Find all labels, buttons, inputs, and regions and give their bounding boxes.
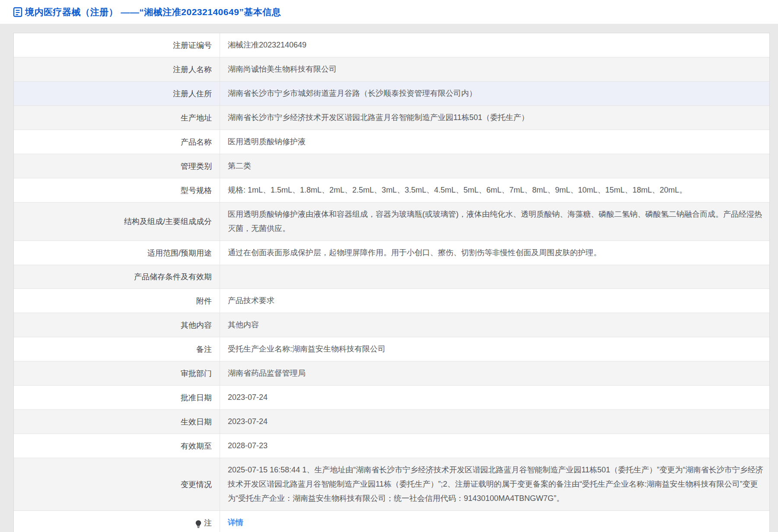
row-label-text: 注册证编号 (173, 39, 212, 52)
table-row: 生产地址湖南省长沙市宁乡经济技术开发区谐园北路蓝月谷智能制造产业园11栋501（… (14, 106, 769, 130)
row-value-text: 2023-07-24 (228, 415, 268, 429)
row-label: 生产地址 (14, 106, 220, 130)
row-value-text: 湖南省长沙市宁乡经济技术开发区谐园北路蓝月谷智能制造产业园11栋501（委托生产… (228, 111, 529, 125)
row-value (220, 265, 769, 288)
row-value: 2028-07-23 (220, 434, 769, 458)
page-header: 境内医疗器械（注册） ——“湘械注准20232140649”基本信息 (0, 0, 778, 24)
row-label-text: 型号规格 (181, 184, 212, 197)
table-row: 其他内容其他内容 (14, 313, 769, 337)
row-label: 注册人名称 (14, 57, 220, 81)
row-label-text: 变更情况 (181, 478, 212, 491)
row-value-text: 第二类 (228, 159, 251, 173)
row-label: 备注 (14, 337, 220, 361)
row-value: 湖南尚诚怡美生物科技有限公司 (220, 57, 769, 81)
row-label-text: 管理类别 (181, 160, 212, 173)
table-row: 附件产品技术要求 (14, 289, 769, 313)
row-label-text: 有效期至 (181, 440, 212, 453)
row-value-text: 医用透明质酸钠修护液 (228, 135, 306, 149)
row-label: 产品名称 (14, 130, 220, 154)
row-value: 湘械注准20232140649 (220, 33, 769, 57)
row-value: 产品技术要求 (220, 289, 769, 313)
table-row: 注册人住所湖南省长沙市宁乡市城郊街道蓝月谷路（长沙顺泰投资管理有限公司内） (14, 82, 769, 106)
row-value: 规格: 1mL、1.5mL、1.8mL、2mL、2.5mL、3mL、3.5mL、… (220, 178, 769, 202)
row-value: 第二类 (220, 154, 769, 178)
row-value-text: 湘械注准20232140649 (228, 38, 306, 52)
row-label: 产品储存条件及有效期 (14, 265, 220, 288)
row-label: 型号规格 (14, 178, 220, 202)
table-row: 注详情 (14, 511, 769, 532)
row-label: 适用范围/预期用途 (14, 241, 220, 265)
row-value: 湖南省药品监督管理局 (220, 361, 769, 385)
row-value-text: 受托生产企业名称:湖南益安生物科技有限公司 (228, 342, 386, 356)
row-label: 附件 (14, 289, 220, 313)
table-row: 产品储存条件及有效期 (14, 265, 769, 289)
row-label: 批准日期 (14, 386, 220, 409)
table-row: 备注受托生产企业名称:湖南益安生物科技有限公司 (14, 337, 769, 361)
row-label: 有效期至 (14, 434, 220, 458)
row-label-text: 其他内容 (181, 319, 212, 332)
row-value: 2025-07-15 16:58:44 1、生产地址由“湖南省长沙市宁乡经济技术… (220, 458, 769, 510)
table-row: 产品名称医用透明质酸钠修护液 (14, 130, 769, 154)
row-label-text: 注册人名称 (173, 63, 212, 76)
row-value-text: 2023-07-24 (228, 390, 268, 405)
table-row: 管理类别第二类 (14, 154, 769, 178)
row-label: 其他内容 (14, 313, 220, 337)
row-value-text: 规格: 1mL、1.5mL、1.8mL、2mL、2.5mL、3mL、3.5mL、… (228, 183, 687, 197)
row-value: 2023-07-24 (220, 386, 769, 409)
row-value-text: 医用透明质酸钠修护液由液体和容器组成，容器为玻璃瓶(或玻璃管)，液体由纯化水、透… (228, 207, 765, 236)
row-value: 湖南省长沙市宁乡经济技术开发区谐园北路蓝月谷智能制造产业园11栋501（委托生产… (220, 106, 769, 130)
table-row: 有效期至2028-07-23 (14, 434, 769, 458)
row-label-text: 注册人住所 (173, 87, 212, 100)
table-row: 批准日期2023-07-24 (14, 386, 769, 410)
table-row: 注册证编号湘械注准20232140649 (14, 33, 769, 57)
row-label: 管理类别 (14, 154, 220, 178)
row-value-text: 湖南尚诚怡美生物科技有限公司 (228, 62, 337, 76)
row-value-text: 2025-07-15 16:58:44 1、生产地址由“湖南省长沙市宁乡经济技术… (228, 463, 765, 506)
row-label: 注册证编号 (14, 33, 220, 57)
row-label-text: 生效日期 (181, 415, 212, 428)
row-label-text: 注 (204, 516, 212, 529)
row-label-text: 产品储存条件及有效期 (134, 270, 212, 283)
row-value-text: 湖南省药品监督管理局 (228, 366, 306, 380)
row-label: 审批部门 (14, 361, 220, 385)
row-value-text: 通过在创面表面形成保护层，起物理屏障作用。用于小创口、擦伤、切割伤等非慢性创面及… (228, 246, 601, 260)
row-value: 医用透明质酸钠修护液 (220, 130, 769, 154)
row-label-text: 审批部门 (181, 367, 212, 380)
document-icon (13, 7, 22, 17)
table-row: 结构及组成/主要组成成分医用透明质酸钠修护液由液体和容器组成，容器为玻璃瓶(或玻… (14, 203, 769, 241)
row-label: 生效日期 (14, 410, 220, 434)
row-label-text: 适用范围/预期用途 (147, 247, 212, 260)
row-label-text: 附件 (196, 294, 212, 307)
row-value: 医用透明质酸钠修护液由液体和容器组成，容器为玻璃瓶(或玻璃管)，液体由纯化水、透… (220, 203, 769, 241)
row-label: 注 (14, 511, 220, 532)
row-value-text: 湖南省长沙市宁乡市城郊街道蓝月谷路（长沙顺泰投资管理有限公司内） (228, 86, 477, 101)
row-value: 通过在创面表面形成保护层，起物理屏障作用。用于小创口、擦伤、切割伤等非慢性创面及… (220, 241, 769, 265)
page-title: 境内医疗器械（注册） ——“湘械注准20232140649”基本信息 (25, 6, 281, 18)
row-label-text: 结构及组成/主要组成成分 (124, 215, 212, 228)
row-value-text: 产品技术要求 (228, 294, 274, 308)
table-row: 审批部门湖南省药品监督管理局 (14, 361, 769, 386)
row-label: 变更情况 (14, 458, 220, 510)
table-row: 变更情况2025-07-15 16:58:44 1、生产地址由“湖南省长沙市宁乡… (14, 458, 769, 511)
info-table: 注册证编号湘械注准20232140649注册人名称湖南尚诚怡美生物科技有限公司注… (13, 33, 770, 532)
lightbulb-icon (195, 520, 202, 528)
table-row: 适用范围/预期用途通过在创面表面形成保护层，起物理屏障作用。用于小创口、擦伤、切… (14, 241, 769, 265)
row-value: 受托生产企业名称:湖南益安生物科技有限公司 (220, 337, 769, 361)
row-value: 2023-07-24 (220, 410, 769, 434)
details-link[interactable]: 详情 (228, 516, 243, 530)
row-value: 详情 (220, 511, 769, 532)
table-row: 生效日期2023-07-24 (14, 410, 769, 434)
row-label-text: 备注 (196, 343, 212, 356)
row-label: 注册人住所 (14, 82, 220, 105)
row-value: 湖南省长沙市宁乡市城郊街道蓝月谷路（长沙顺泰投资管理有限公司内） (220, 82, 769, 105)
table-row: 型号规格规格: 1mL、1.5mL、1.8mL、2mL、2.5mL、3mL、3.… (14, 178, 769, 203)
row-label-text: 产品名称 (181, 136, 212, 149)
row-label: 结构及组成/主要组成成分 (14, 203, 220, 241)
row-label-text: 生产地址 (181, 111, 212, 124)
row-value: 其他内容 (220, 313, 769, 337)
row-label-text: 批准日期 (181, 391, 212, 404)
table-row: 注册人名称湖南尚诚怡美生物科技有限公司 (14, 57, 769, 82)
row-value-text: 2028-07-23 (228, 439, 268, 453)
row-value-text: 其他内容 (228, 318, 259, 332)
